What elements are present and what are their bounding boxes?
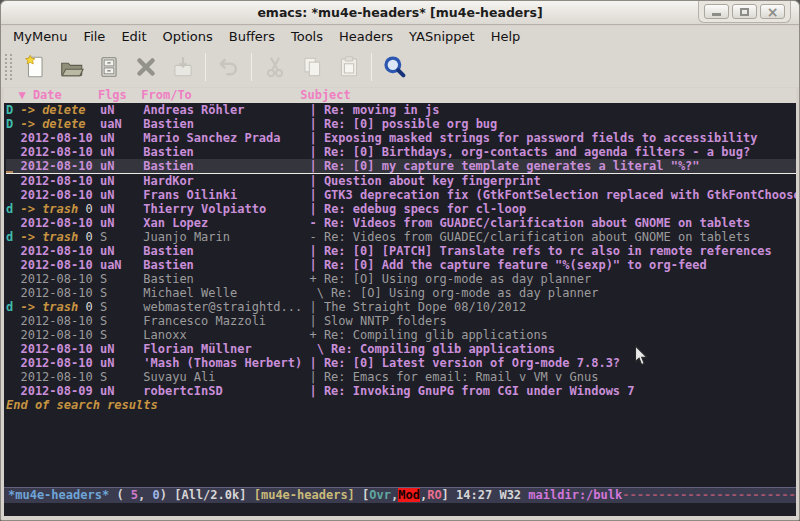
new-file-button[interactable] [16,50,53,84]
message-row[interactable]: 2012-08-10 S Suvayu Ali | Re: Emacs for … [6,370,796,384]
window-controls: × [698,1,791,23]
menu-item-file[interactable]: File [76,27,114,46]
message-row[interactable]: 2012-08-10 uN Bastien | Re: [0] [PATCH] … [6,244,796,258]
message-row[interactable]: d -> trash 0 uN Thierry Volpiatto | Re: … [6,202,796,216]
minimize-button[interactable] [704,4,729,19]
close-icon [133,54,159,80]
file-cabinet-button[interactable] [90,50,127,84]
undo-button [210,50,247,84]
message-row[interactable]: 2012-08-10 uN Mario Sanchez Prada | Expo… [6,131,796,145]
cut-icon [262,54,288,80]
undo-icon [216,54,242,80]
new-file-icon [22,54,48,80]
window-title: emacs: *mu4e-headers* [mu4e-headers] [1,5,799,20]
menu-item-options[interactable]: Options [155,27,221,46]
message-row[interactable]: 2012-08-10 S Francesco Mazzoli | Slow NN… [6,314,796,328]
buffer-mu4e-headers: ▼ Date Flgs From/To Subject D -> delete … [4,88,796,516]
minimize-icon [712,13,721,16]
message-row[interactable]: d -> trash 0 S Juanjo Marin - Re: Videos… [6,230,796,244]
menu-item-buffers[interactable]: Buffers [221,27,283,46]
close-buffer-button[interactable] [127,50,164,84]
buffer-empty-space[interactable] [4,412,796,487]
menu-item-yasnippet[interactable]: YASnippet [401,27,483,46]
close-icon: × [767,5,779,19]
search-icon [382,54,408,80]
message-row[interactable]: D -> delete uaN Bastien | Re: [0] possib… [6,117,796,131]
message-row[interactable]: 2012-08-10 S Bastien + Re: [O] Using org… [6,272,796,286]
menu-item-headers[interactable]: Headers [331,27,401,46]
titlebar[interactable]: emacs: *mu4e-headers* [mu4e-headers] × [1,1,799,25]
search-button[interactable] [376,50,413,84]
menu-item-help[interactable]: Help [483,27,529,46]
message-row[interactable]: 2012-08-10 uN Bastien | Re: [0] Birthday… [6,145,796,159]
message-row[interactable]: 2012-08-10 S Michael Welle \ Re: [O] Usi… [6,286,796,300]
maximize-button[interactable] [732,4,757,19]
copy-button [293,50,330,84]
file-cabinet-icon [96,54,122,80]
menu-item-tools[interactable]: Tools [283,27,331,46]
toolbar-separator [251,53,252,81]
echo-area [4,503,796,516]
end-of-results: End of search results [4,398,796,412]
message-row[interactable]: 2012-08-09 uN robertcInSD | Re: Invoking… [6,384,796,398]
message-row[interactable]: 2012-08-10 uN Florian Müllner \ Re: Comp… [6,342,796,356]
open-folder-icon [59,54,85,80]
message-row[interactable]: D -> delete uN Andreas Röhler | Re: movi… [6,103,796,117]
toolbar-separator [205,53,206,81]
message-row[interactable]: 2012-08-10 uN Xan Lopez - Re: Videos fro… [6,216,796,230]
save-icon [170,54,196,80]
cut-button [256,50,293,84]
message-row[interactable]: 2012-08-10 uN Frans Oilinki | GTK3 depre… [6,188,796,202]
header-line[interactable]: ▼ Date Flgs From/To Subject [4,88,796,103]
mouse-cursor [634,345,649,367]
mode-line: *mu4e-headers* ( 5, 0) [All/2.0k] [mu4e-… [4,487,796,503]
menu-item-edit[interactable]: Edit [113,27,154,46]
paste-icon [336,54,362,80]
message-row[interactable]: 2012-08-10 uaN Bastien | Re: [0] Add the… [6,258,796,272]
copy-icon [299,54,325,80]
message-row[interactable]: 2012-08-10 S Lanoxx + Re: Compiling glib… [6,328,796,342]
menubar: MyMenuFileEditOptionsBuffersToolsHeaders… [1,26,799,47]
message-list: D -> delete uN Andreas Röhler | Re: movi… [4,103,796,398]
message-row[interactable]: 2012-08-10 uN 'Mash (Thomas Herbert) | R… [6,356,796,370]
toolbar-separator [371,53,372,81]
maximize-icon [740,8,749,16]
toolbar [1,47,799,87]
open-folder-button[interactable] [53,50,90,84]
message-row[interactable]: 2012-08-10 uN HardKor | Question about k… [6,174,796,188]
menu-item-mymenu[interactable]: MyMenu [5,27,76,46]
paste-button [330,50,367,84]
save-buffer-button [164,50,201,84]
message-row[interactable]: d -> trash 0 S webmaster@straightd... | … [6,300,796,314]
toolbar-grip[interactable] [5,54,12,80]
close-button[interactable]: × [760,4,785,19]
message-row-current[interactable]: 2012-08-10 uN Bastien | Re: [0] my captu… [6,159,796,174]
emacs-window: emacs: *mu4e-headers* [mu4e-headers] × M… [0,0,800,521]
